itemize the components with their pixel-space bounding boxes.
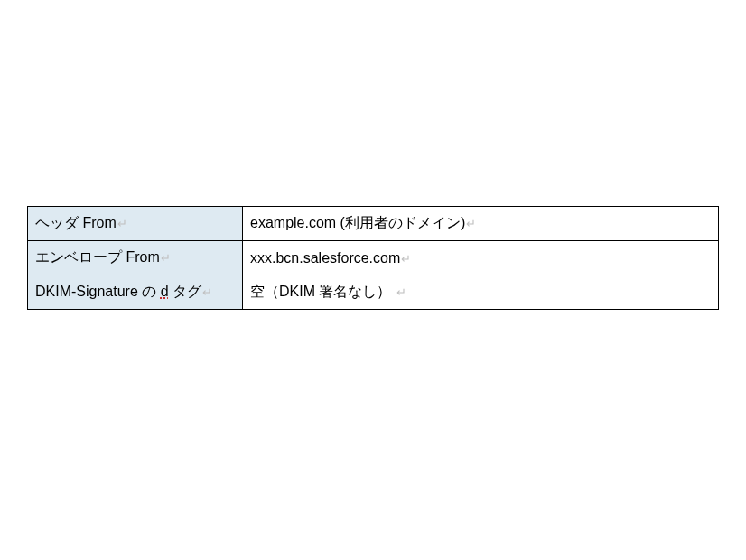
label-text: ヘッダ xyxy=(35,215,79,230)
value-cell-envelope-from: xxx.bcn.salesforce.com↵ xyxy=(243,241,719,275)
paragraph-mark-icon: ↵ xyxy=(161,251,171,265)
value-cell-header-from: example.com (利用者のドメイン)↵ xyxy=(243,207,719,241)
paragraph-mark-icon: ↵ xyxy=(202,285,212,299)
paragraph-mark-icon: ↵ xyxy=(466,217,476,230)
email-header-table-container: ヘッダ From↵ example.com (利用者のドメイン)↵ エンベロープ… xyxy=(27,206,719,310)
label-text: タグ xyxy=(169,284,201,299)
label-text: DKIM-Signature の xyxy=(35,284,161,299)
label-text-dotted: d xyxy=(161,284,169,299)
paragraph-mark-icon: ↵ xyxy=(396,285,406,299)
value-text: 空（DKIM 署名なし） xyxy=(250,284,396,299)
email-header-table: ヘッダ From↵ example.com (利用者のドメイン)↵ エンベロープ… xyxy=(27,206,719,310)
value-text: example.com (利用者のドメイン) xyxy=(250,215,465,230)
label-cell-header-from: ヘッダ From↵ xyxy=(28,207,243,241)
label-text: From xyxy=(122,249,160,265)
paragraph-mark-icon: ↵ xyxy=(117,217,127,230)
label-cell-envelope-from: エンベロープ From↵ xyxy=(28,241,243,275)
table-row: ヘッダ From↵ example.com (利用者のドメイン)↵ xyxy=(28,207,719,241)
table-row: エンベロープ From↵ xxx.bcn.salesforce.com↵ xyxy=(28,241,719,275)
paragraph-mark-icon: ↵ xyxy=(401,252,411,266)
value-text: xxx.bcn.salesforce.com xyxy=(250,250,400,266)
value-cell-dkim-signature: 空（DKIM 署名なし） ↵ xyxy=(243,275,719,310)
label-text: From xyxy=(79,215,117,230)
label-text: エンベロープ xyxy=(35,249,122,265)
label-cell-dkim-signature: DKIM-Signature の d タグ↵ xyxy=(28,275,243,310)
table-row: DKIM-Signature の d タグ↵ 空（DKIM 署名なし） ↵ xyxy=(28,275,719,310)
